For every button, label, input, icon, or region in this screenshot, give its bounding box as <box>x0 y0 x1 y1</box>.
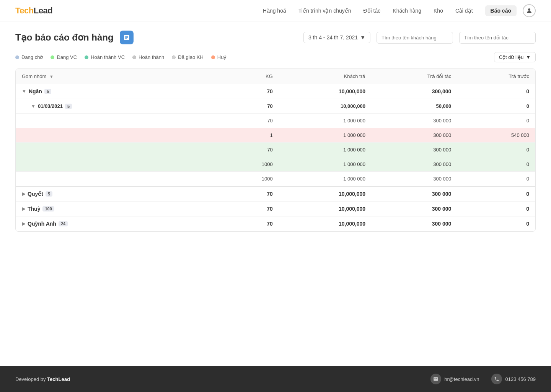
group-ngan-name: Ngân <box>29 88 42 94</box>
nav-khach-hang[interactable]: Khách hàng <box>393 8 421 14</box>
detail-tra-truoc-1: 0 <box>457 114 535 128</box>
user-avatar[interactable] <box>523 4 536 17</box>
table-header-row: Gom nhóm ▼ KG Khách trả Trả đối tác Trả … <box>16 69 535 84</box>
detail-kg-4: 1000 <box>223 157 279 172</box>
table-row: ▼ 01/03/2021 5 70 10,000,000 50,000 0 <box>16 99 535 114</box>
page-title: Tạo báo cáo đơn hàng <box>15 32 114 43</box>
nav-links: Hàng hoá Tiến trình vận chuyển Đối tác K… <box>263 5 517 16</box>
legend-da-giao-kh: Đã giao KH <box>172 54 203 60</box>
group-quynh-name: Quỳnh Anh <box>28 221 56 227</box>
detail-khach-tra-5: 1 000 000 <box>279 172 372 187</box>
col-data-button[interactable]: Cột dữ liệu ▼ <box>494 52 536 62</box>
legend-dang-cho: Đang chờ <box>15 54 43 60</box>
expand-quynh-icon[interactable]: ▶ <box>22 221 25 226</box>
title-icon-button[interactable] <box>120 31 134 44</box>
group-ngan-cell: ▼ Ngân 5 <box>16 84 223 99</box>
subgroup-date-kg: 70 <box>223 99 279 114</box>
expand-date-icon[interactable]: ▼ <box>31 104 36 109</box>
table-row: 70 1 000 000 300 000 0 <box>16 114 535 128</box>
svg-point-0 <box>528 8 530 11</box>
detail-kg-5: 1000 <box>223 172 279 187</box>
legend-hoan-thanh: Hoàn thành <box>132 54 164 60</box>
nav-kho[interactable]: Kho <box>434 8 443 14</box>
detail-cell-3 <box>16 143 223 157</box>
col-header-tra-truoc: Trả trước <box>457 69 535 84</box>
nav-bao-cao[interactable]: Báo cáo <box>485 5 517 16</box>
group-quyet-cell: ▶ Quyết 5 <box>16 186 223 202</box>
expand-ngan-icon[interactable]: ▼ <box>22 89 26 94</box>
expand-thuy-icon[interactable]: ▶ <box>22 206 25 211</box>
expand-quyet-icon[interactable]: ▶ <box>22 191 25 197</box>
table-row: ▼ Ngân 5 70 10,000,000 300,000 0 <box>16 84 535 99</box>
group-quynh-tra-doi-tac: 300 000 <box>372 216 457 231</box>
footer-phone: 0123 456 789 <box>491 374 536 384</box>
detail-cell-4 <box>16 157 223 172</box>
detail-tra-truoc-2: 540 000 <box>457 128 535 143</box>
detail-tra-truoc-3: 0 <box>457 143 535 157</box>
legend-huy: Huỷ <box>211 54 227 60</box>
legend-hoan-thanh-vc-label: Hoàn thành VC <box>91 54 125 60</box>
detail-tra-doi-tac-3: 300 000 <box>372 143 457 157</box>
detail-kg-2: 1 <box>223 128 279 143</box>
legend-dang-vc-label: Đang VC <box>57 54 77 60</box>
table-row: 1 1 000 000 300 000 540 000 <box>16 128 535 143</box>
group-chevron-icon: ▼ <box>49 74 54 79</box>
footer-phone-value: 0123 456 789 <box>505 376 536 382</box>
table-row: ▶ Quỳnh Anh 24 70 10,000,000 300 000 0 <box>16 216 535 231</box>
legend-dang-vc: Đang VC <box>51 54 77 60</box>
col-header-tra-doi-tac: Trả đối tác <box>372 69 457 84</box>
phone-icon <box>491 374 502 384</box>
subgroup-date-name: 01/03/2021 <box>38 103 63 109</box>
group-quyet-tra-truoc: 0 <box>457 186 535 202</box>
group-thuy-tra-truoc: 0 <box>457 202 535 216</box>
legend-hoan-thanh-label: Hoàn thành <box>139 54 164 60</box>
legend-dang-cho-label: Đang chờ <box>21 54 43 60</box>
legend-row: Đang chờ Đang VC Hoàn thành VC Hoàn thàn… <box>15 52 536 62</box>
detail-tra-doi-tac-2: 300 000 <box>372 128 457 143</box>
detail-khach-tra-4: 1 000 000 <box>279 157 372 172</box>
search-partner-input[interactable] <box>459 32 536 44</box>
detail-tra-truoc-5: 0 <box>457 172 535 187</box>
group-thuy-name: Thuỳ <box>28 206 40 212</box>
main-content: Tạo báo cáo đơn hàng 3 th 4 - 24 th 7, 2… <box>0 21 551 366</box>
group-quynh-badge: 24 <box>59 221 68 226</box>
detail-cell-5 <box>16 172 223 187</box>
footer-dev-text: Developed by TechLead <box>15 376 70 382</box>
table-row: ▶ Quyết 5 70 10,000,000 300 000 0 <box>16 186 535 202</box>
group-quyet-kg: 70 <box>223 186 279 202</box>
group-quynh-tra-truoc: 0 <box>457 216 535 231</box>
subgroup-date-tra-doi-tac: 50,000 <box>372 99 457 114</box>
date-filter[interactable]: 3 th 4 - 24 th 7, 2021 ▼ <box>303 32 370 43</box>
legend-huy-label: Huỷ <box>217 54 227 60</box>
detail-cell-1 <box>16 114 223 128</box>
nav-tien-trinh[interactable]: Tiến trình vận chuyển <box>298 8 351 14</box>
group-ngan-tra-doi-tac: 300,000 <box>372 84 457 99</box>
report-table: Gom nhóm ▼ KG Khách trả Trả đối tác Trả … <box>15 68 536 232</box>
group-ngan-badge: 5 <box>44 89 51 94</box>
group-thuy-tra-doi-tac: 300 000 <box>372 202 457 216</box>
detail-khach-tra-1: 1 000 000 <box>279 114 372 128</box>
subgroup-date-cell: ▼ 01/03/2021 5 <box>16 99 223 114</box>
group-quynh-khach-tra: 10,000,000 <box>279 216 372 231</box>
col-header-kg: KG <box>223 69 279 84</box>
page-footer: Developed by TechLead hr@techlead.vn 012… <box>0 366 551 392</box>
group-quyet-badge: 5 <box>46 191 52 197</box>
date-filter-chevron: ▼ <box>360 34 365 41</box>
search-customer-input[interactable] <box>377 32 453 44</box>
nav-hang-hoa[interactable]: Hàng hoá <box>263 8 286 14</box>
group-ngan-khach-tra: 10,000,000 <box>279 84 372 99</box>
group-thuy-cell: ▶ Thuỳ 100 <box>16 202 223 216</box>
nav-doi-tac[interactable]: Đối tác <box>364 8 381 14</box>
email-icon <box>430 374 441 384</box>
table-row: 70 1 000 000 300 000 0 <box>16 143 535 157</box>
detail-tra-doi-tac-4: 300 000 <box>372 157 457 172</box>
footer-brand: TechLead <box>47 376 70 382</box>
col-header-group[interactable]: Gom nhóm ▼ <box>16 69 223 84</box>
footer-contact: hr@techlead.vn 0123 456 789 <box>430 374 536 384</box>
col-data-label: Cột dữ liệu <box>499 54 523 60</box>
table-row: ▶ Thuỳ 100 70 10,000,000 300 000 0 <box>16 202 535 216</box>
navigation: TechLead Hàng hoá Tiến trình vận chuyển … <box>0 0 551 21</box>
legend-hoan-thanh-vc: Hoàn thành VC <box>85 54 125 60</box>
detail-khach-tra-3: 1 000 000 <box>279 143 372 157</box>
nav-cai-dat[interactable]: Cài đặt <box>455 8 473 14</box>
